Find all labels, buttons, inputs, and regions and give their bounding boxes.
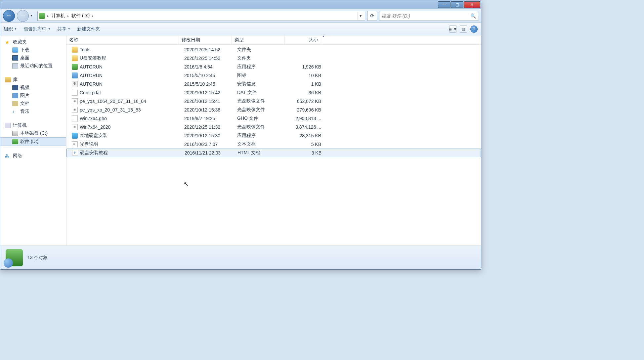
file-icon <box>72 72 78 78</box>
share-button[interactable]: 共享▼ <box>57 26 70 32</box>
breadcrumb-drive-d[interactable]: 软件 (D:) <box>70 12 91 20</box>
file-icon <box>72 64 78 70</box>
sidebar-computer-header[interactable]: 计算机 <box>0 121 66 129</box>
file-type: 应用程序 <box>235 64 287 70</box>
file-name: 硬盘安装教程 <box>80 150 108 156</box>
file-date: 2015/5/10 2:45 <box>182 73 235 78</box>
sidebar-favorites-header[interactable]: ★收藏夹 <box>0 38 66 46</box>
navbar: ← → ▾ ▸ 计算机 ▸ 软件 (D:) ▸ ▾ ⟳ 🔍 <box>0 9 481 23</box>
sidebar-item-videos[interactable]: 视频 <box>0 84 66 92</box>
navigation-pane: ★收藏夹 下载 桌面 最近访问的位置 库 视频 图片 文档 ♪音乐 计算机 本地… <box>0 35 66 246</box>
sidebar-item-recent[interactable]: 最近访问的位置 <box>0 62 66 70</box>
help-button[interactable]: ? <box>470 25 478 33</box>
file-icon <box>72 98 78 104</box>
file-size: 2,900,813 ... <box>287 116 324 121</box>
search-input[interactable] <box>381 13 470 19</box>
new-folder-button[interactable]: 新建文件夹 <box>77 26 100 32</box>
file-type: 安装信息 <box>235 81 287 87</box>
drive-icon <box>12 131 18 136</box>
view-mode-button[interactable]: ≣▼ <box>449 25 456 33</box>
file-size: 28,315 KB <box>287 133 324 138</box>
file-icon <box>72 124 78 130</box>
sidebar-item-downloads[interactable]: 下载 <box>0 46 66 54</box>
drive-icon <box>12 139 18 144</box>
file-row[interactable]: 本地硬盘安装2020/10/12 15:30应用程序28,315 KB <box>66 131 481 140</box>
network-icon: 🖧 <box>5 153 11 158</box>
file-row[interactable]: Win7x64_20202020/12/25 11:32光盘映像文件3,874,… <box>66 123 481 131</box>
file-type: 文本文档 <box>235 141 287 147</box>
nav-forward-button[interactable]: → <box>17 10 29 22</box>
file-size: 652,072 KB <box>287 99 324 104</box>
content-area: ★收藏夹 下载 桌面 最近访问的位置 库 视频 图片 文档 ♪音乐 计算机 本地… <box>0 35 481 246</box>
file-type: 文件夹 <box>235 47 287 53</box>
library-icon <box>5 77 11 82</box>
video-icon <box>12 85 18 90</box>
file-name: U盘安装教程 <box>80 55 106 61</box>
file-icon <box>72 133 78 139</box>
search-box[interactable]: 🔍 <box>379 11 478 21</box>
file-size: 1 KB <box>287 81 324 87</box>
file-row[interactable]: Config.dat2020/10/12 15:42DAT 文件36 KB <box>66 88 481 97</box>
sidebar-item-desktop[interactable]: 桌面 <box>0 54 66 62</box>
file-row[interactable]: pe_yqs_1064_20_07_31_16_042020/10/12 15:… <box>66 97 481 106</box>
sidebar-network-header[interactable]: 🖧网络 <box>0 152 66 160</box>
file-row[interactable]: U盘安装教程2020/12/25 14:52文件夹 <box>66 54 481 63</box>
file-row[interactable]: AUTORUN2016/1/8 4:54应用程序1,926 KB <box>66 63 481 71</box>
file-name: Win7x64_2020 <box>80 124 110 130</box>
refresh-button[interactable]: ⟳ <box>367 11 377 21</box>
file-date: 2016/11/21 22:03 <box>182 150 235 156</box>
file-type: DAT 文件 <box>235 90 287 96</box>
minimize-button[interactable]: — <box>438 1 451 8</box>
sidebar-item-music[interactable]: ♪音乐 <box>0 108 66 115</box>
file-icon <box>72 55 78 61</box>
file-row[interactable]: pe_yqs_xp_20_07_31_15_532020/10/12 15:36… <box>66 106 481 114</box>
nav-history-dropdown[interactable]: ▾ <box>31 14 35 17</box>
file-row[interactable]: AUTORUN2015/5/10 2:45图标10 KB <box>66 71 481 80</box>
breadcrumb-caret-icon: ▸ <box>46 14 50 18</box>
address-bar[interactable]: ▸ 计算机 ▸ 软件 (D:) ▸ ▾ <box>37 11 365 21</box>
titlebar: — ▢ ✕ <box>0 0 481 9</box>
close-button[interactable]: ✕ <box>464 1 480 8</box>
file-size: 279,696 KB <box>287 107 324 112</box>
file-size: 36 KB <box>287 90 324 95</box>
file-date: 2020/12/25 11:32 <box>182 124 235 130</box>
sidebar-item-documents[interactable]: 文档 <box>0 100 66 108</box>
file-name: Config.dat <box>80 90 101 95</box>
file-name: 光盘说明 <box>80 141 98 147</box>
star-icon: ★ <box>5 39 11 45</box>
file-date: 2015/5/10 2:45 <box>182 81 235 87</box>
file-row[interactable]: 光盘说明2016/10/23 7:07文本文档5 KB <box>66 140 481 149</box>
sidebar-item-drive-d[interactable]: 软件 (D:) <box>0 137 66 146</box>
breadcrumb-caret-icon: ▸ <box>66 14 70 18</box>
organize-button[interactable]: 组织▼ <box>4 26 17 32</box>
drive-icon <box>39 13 45 19</box>
maximize-button[interactable]: ▢ <box>451 1 463 8</box>
search-icon[interactable]: 🔍 <box>470 13 476 19</box>
status-bar: 13 个对象 <box>0 246 481 269</box>
desktop-icon <box>12 55 18 61</box>
address-dropdown[interactable]: ▾ <box>358 12 364 20</box>
file-row[interactable]: Tools2020/12/25 14:52文件夹 <box>66 45 481 54</box>
sidebar-item-pictures[interactable]: 图片 <box>0 92 66 100</box>
file-name: AUTORUN <box>80 64 103 69</box>
file-date: 2020/12/25 14:52 <box>182 47 235 52</box>
file-row[interactable]: AUTORUN2015/5/10 2:45安装信息1 KB <box>66 80 481 88</box>
music-icon: ♪ <box>12 109 18 114</box>
file-name: pe_yqs_xp_20_07_31_15_53 <box>80 107 141 112</box>
file-date: 2019/9/7 19:25 <box>182 116 235 121</box>
file-size: 5 KB <box>287 142 324 147</box>
breadcrumb-computer[interactable]: 计算机 <box>50 12 66 20</box>
nav-back-button[interactable]: ← <box>3 10 15 22</box>
sidebar-libraries-header[interactable]: 库 <box>0 76 66 84</box>
drive-large-icon <box>6 249 23 266</box>
sidebar-item-drive-c[interactable]: 本地磁盘 (C:) <box>0 129 66 137</box>
include-library-button[interactable]: 包含到库中▼ <box>23 26 51 32</box>
preview-pane-button[interactable]: ▥ <box>460 25 467 33</box>
file-row[interactable]: Win7x64.gho2019/9/7 19:25GHO 文件2,900,813… <box>66 114 481 123</box>
file-row[interactable]: 硬盘安装教程2016/11/21 22:03HTML 文档3 KB <box>66 149 481 157</box>
file-name: Win7x64.gho <box>80 116 107 121</box>
file-date: 2020/10/12 15:36 <box>182 107 235 112</box>
file-size: 1,926 KB <box>287 64 324 69</box>
file-type: 光盘映像文件 <box>235 107 287 113</box>
file-date: 2020/10/12 15:30 <box>182 133 235 138</box>
